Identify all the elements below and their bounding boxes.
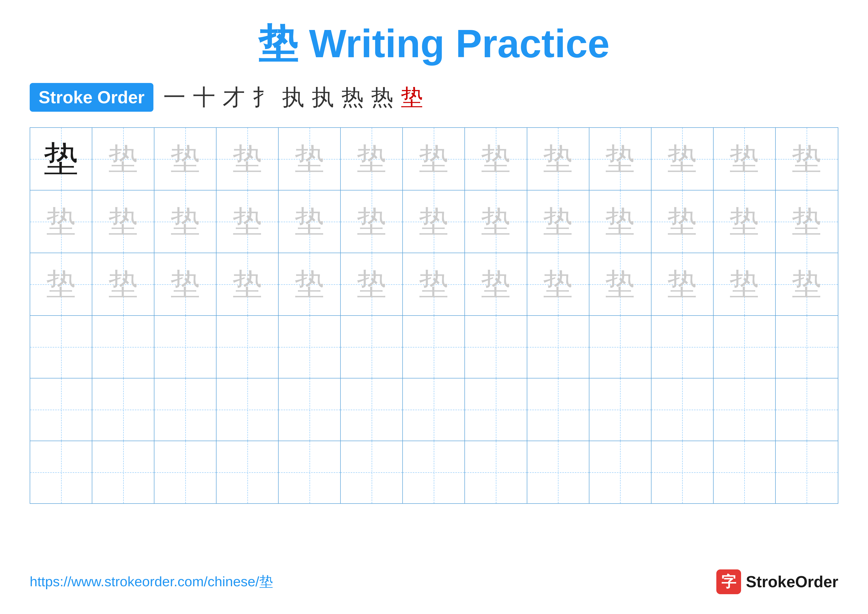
grid-cell-2-9[interactable]: 垫 [527,190,589,253]
grid-cell-6-13[interactable] [776,441,838,503]
char-dark: 垫 [44,135,78,183]
grid-cell-2-11[interactable]: 垫 [651,190,714,253]
grid-cell-1-3[interactable]: 垫 [154,128,217,190]
grid-cell-4-13[interactable] [776,316,838,378]
grid-cell-2-5[interactable]: 垫 [279,190,341,253]
grid-cell-2-10[interactable]: 垫 [589,190,651,253]
grid-cell-3-11[interactable]: 垫 [651,253,714,315]
footer: https://www.strokeorder.com/chinese/垫 字 … [30,569,838,594]
grid-cell-6-5[interactable] [279,441,341,503]
grid-cell-3-5[interactable]: 垫 [279,253,341,315]
stroke-order-badge: Stroke Order [30,83,153,112]
stroke-9: 垫 [401,82,423,112]
grid-cell-4-10[interactable] [589,316,651,378]
grid-cell-6-8[interactable] [465,441,527,503]
grid-cell-1-1[interactable]: 垫 [30,128,92,190]
grid-cell-2-2[interactable]: 垫 [92,190,154,253]
grid-cell-4-7[interactable] [403,316,465,378]
grid-cell-5-1[interactable] [30,378,92,441]
grid-cell-6-4[interactable] [217,441,279,503]
page-title: 垫 Writing Practice [30,20,838,67]
grid-cell-2-8[interactable]: 垫 [465,190,527,253]
grid-cell-3-7[interactable]: 垫 [403,253,465,315]
grid-cell-4-3[interactable] [154,316,217,378]
grid-cell-3-9[interactable]: 垫 [527,253,589,315]
grid-cell-2-6[interactable]: 垫 [341,190,403,253]
grid-cell-6-10[interactable] [589,441,651,503]
grid-cell-1-10[interactable]: 垫 [589,128,651,190]
grid-cell-1-4[interactable]: 垫 [217,128,279,190]
grid-cell-4-11[interactable] [651,316,714,378]
grid-cell-6-2[interactable] [92,441,154,503]
grid-cell-2-1[interactable]: 垫 [30,190,92,253]
grid-cell-5-13[interactable] [776,378,838,441]
grid-cell-5-5[interactable] [279,378,341,441]
grid-cell-3-1[interactable]: 垫 [30,253,92,315]
grid-cell-2-13[interactable]: 垫 [776,190,838,253]
stroke-order-area: Stroke Order 一 十 才 扌 执 执 热 热 垫 [30,82,838,112]
grid-row-4 [30,316,838,378]
stroke-6: 执 [312,82,334,112]
grid-cell-3-8[interactable]: 垫 [465,253,527,315]
grid-cell-5-11[interactable] [651,378,714,441]
grid-cell-6-7[interactable] [403,441,465,503]
grid-cell-3-13[interactable]: 垫 [776,253,838,315]
grid-cell-5-8[interactable] [465,378,527,441]
grid-cell-1-9[interactable]: 垫 [527,128,589,190]
page: 垫 Writing Practice Stroke Order 一 十 才 扌 … [0,0,868,614]
grid-cell-5-7[interactable] [403,378,465,441]
grid-cell-6-6[interactable] [341,441,403,503]
grid-cell-3-4[interactable]: 垫 [217,253,279,315]
grid-cell-1-13[interactable]: 垫 [776,128,838,190]
grid-cell-3-2[interactable]: 垫 [92,253,154,315]
footer-url-link[interactable]: https://www.strokeorder.com/chinese/垫 [30,572,273,591]
grid-cell-4-8[interactable] [465,316,527,378]
grid-cell-3-3[interactable]: 垫 [154,253,217,315]
grid-cell-2-3[interactable]: 垫 [154,190,217,253]
grid-cell-5-4[interactable] [217,378,279,441]
grid-cell-2-4[interactable]: 垫 [217,190,279,253]
grid-cell-1-2[interactable]: 垫 [92,128,154,190]
grid-cell-4-1[interactable] [30,316,92,378]
grid-cell-5-12[interactable] [714,378,776,441]
logo-icon: 字 [716,569,741,594]
grid-cell-3-10[interactable]: 垫 [589,253,651,315]
grid-cell-3-12[interactable]: 垫 [714,253,776,315]
stroke-4: 扌 [253,82,274,112]
grid-cell-6-11[interactable] [651,441,714,503]
grid-cell-4-9[interactable] [527,316,589,378]
grid-cell-5-2[interactable] [92,378,154,441]
grid-cell-5-9[interactable] [527,378,589,441]
grid-cell-1-6[interactable]: 垫 [341,128,403,190]
logo-name: StrokeOrder [746,573,838,591]
grid-cell-1-11[interactable]: 垫 [651,128,714,190]
grid-cell-4-4[interactable] [217,316,279,378]
grid-cell-1-8[interactable]: 垫 [465,128,527,190]
grid-row-1: 垫 垫 垫 垫 垫 垫 垫 垫 垫 垫 垫 垫 垫 [30,128,838,190]
title-area: 垫 Writing Practice [30,20,838,67]
grid-cell-2-12[interactable]: 垫 [714,190,776,253]
grid-cell-4-5[interactable] [279,316,341,378]
grid-cell-1-7[interactable]: 垫 [403,128,465,190]
grid-cell-2-7[interactable]: 垫 [403,190,465,253]
grid-cell-6-3[interactable] [154,441,217,503]
grid-row-6 [30,441,838,503]
grid-cell-4-12[interactable] [714,316,776,378]
grid-cell-5-6[interactable] [341,378,403,441]
grid-cell-4-6[interactable] [341,316,403,378]
grid-cell-6-9[interactable] [527,441,589,503]
title-char: 垫 [258,21,298,65]
grid-cell-4-2[interactable] [92,316,154,378]
grid-cell-3-6[interactable]: 垫 [341,253,403,315]
grid-cell-1-5[interactable]: 垫 [279,128,341,190]
stroke-2: 十 [193,82,215,112]
grid-cell-5-10[interactable] [589,378,651,441]
grid-cell-6-1[interactable] [30,441,92,503]
stroke-3: 才 [223,82,245,112]
grid-cell-1-12[interactable]: 垫 [714,128,776,190]
logo-char: 字 [721,572,736,592]
grid-cell-6-12[interactable] [714,441,776,503]
grid-cell-5-3[interactable] [154,378,217,441]
grid-row-5 [30,378,838,441]
title-label: Writing Practice [309,21,610,65]
